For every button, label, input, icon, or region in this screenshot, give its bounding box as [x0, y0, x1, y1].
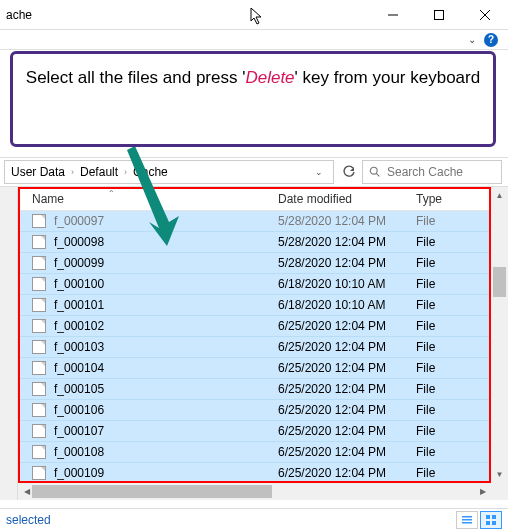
file-date: 6/25/2020 12:04 PM	[278, 361, 416, 375]
file-name: f_000102	[54, 319, 278, 333]
file-name: f_000109	[54, 466, 278, 480]
help-icon[interactable]: ?	[484, 33, 498, 47]
svg-rect-12	[492, 521, 496, 525]
breadcrumb-item[interactable]: Default	[80, 165, 118, 179]
file-name: f_000103	[54, 340, 278, 354]
table-row[interactable]: f_0001096/25/2020 12:04 PMFile	[18, 463, 491, 483]
file-icon	[32, 445, 46, 459]
chevron-right-icon: ›	[71, 167, 74, 177]
horizontal-scrollbar[interactable]: ◀ ▶	[18, 483, 491, 500]
view-details-button[interactable]	[456, 511, 478, 529]
file-type: File	[416, 403, 491, 417]
svg-rect-9	[486, 515, 490, 519]
column-headers[interactable]: ⌃ Name Date modified Type	[18, 187, 491, 211]
breadcrumb-dropdown-icon[interactable]: ⌄	[315, 167, 323, 177]
file-icon	[32, 319, 46, 333]
file-icon	[32, 424, 46, 438]
file-name: f_000104	[54, 361, 278, 375]
chevron-right-icon: ›	[124, 167, 127, 177]
file-type: File	[416, 256, 491, 270]
breadcrumb[interactable]: User Data › Default › Cache ⌄	[4, 160, 334, 184]
table-row[interactable]: f_0001036/25/2020 12:04 PMFile	[18, 337, 491, 358]
close-button[interactable]	[462, 0, 508, 30]
file-name: f_000101	[54, 298, 278, 312]
table-row[interactable]: f_0001026/25/2020 12:04 PMFile	[18, 316, 491, 337]
column-type[interactable]: Type	[416, 192, 491, 206]
scroll-thumb[interactable]	[32, 485, 272, 498]
table-row[interactable]: f_0001056/25/2020 12:04 PMFile	[18, 379, 491, 400]
scroll-down-icon[interactable]: ▼	[491, 466, 508, 483]
file-date: 5/28/2020 12:04 PM	[278, 214, 416, 228]
address-bar-row: User Data › Default › Cache ⌄ Search Cac…	[0, 157, 508, 187]
callout-text-highlight: Delete	[245, 68, 294, 87]
file-date: 6/25/2020 12:04 PM	[278, 466, 416, 480]
file-type: File	[416, 445, 491, 459]
svg-rect-8	[462, 522, 472, 524]
file-icon	[32, 340, 46, 354]
svg-point-4	[370, 167, 377, 174]
window-title: ache	[6, 8, 32, 22]
table-row[interactable]: f_0000975/28/2020 12:04 PMFile	[18, 211, 491, 232]
maximize-button[interactable]	[416, 0, 462, 30]
table-row[interactable]: f_0000985/28/2020 12:04 PMFile	[18, 232, 491, 253]
svg-rect-6	[462, 516, 472, 518]
scroll-up-icon[interactable]: ▲	[491, 187, 508, 204]
breadcrumb-item[interactable]: User Data	[11, 165, 65, 179]
search-placeholder: Search Cache	[387, 165, 463, 179]
svg-rect-11	[486, 521, 490, 525]
file-date: 5/28/2020 12:04 PM	[278, 235, 416, 249]
status-bar: selected	[0, 508, 508, 530]
instruction-callout: Select all the files and press 'Delete' …	[10, 51, 496, 147]
file-date: 5/28/2020 12:04 PM	[278, 256, 416, 270]
table-row[interactable]: f_0001076/25/2020 12:04 PMFile	[18, 421, 491, 442]
file-date: 6/25/2020 12:04 PM	[278, 319, 416, 333]
file-date: 6/18/2020 10:10 AM	[278, 277, 416, 291]
breadcrumb-item[interactable]: Cache	[133, 165, 168, 179]
file-name: f_000106	[54, 403, 278, 417]
column-name[interactable]: Name	[32, 192, 278, 206]
table-row[interactable]: f_0001016/18/2020 10:10 AMFile	[18, 295, 491, 316]
view-large-icons-button[interactable]	[480, 511, 502, 529]
search-icon	[369, 166, 381, 178]
file-icon	[32, 214, 46, 228]
table-row[interactable]: f_0001066/25/2020 12:04 PMFile	[18, 400, 491, 421]
scroll-thumb[interactable]	[493, 267, 506, 297]
search-box[interactable]: Search Cache	[362, 160, 502, 184]
file-list[interactable]: ⌃ Name Date modified Type f_0000975/28/2…	[18, 187, 508, 500]
column-date[interactable]: Date modified	[278, 192, 416, 206]
scroll-right-icon[interactable]: ▶	[474, 483, 491, 500]
file-icon	[32, 235, 46, 249]
file-name: f_000107	[54, 424, 278, 438]
file-icon	[32, 403, 46, 417]
file-date: 6/25/2020 12:04 PM	[278, 340, 416, 354]
table-row[interactable]: f_0001006/18/2020 10:10 AMFile	[18, 274, 491, 295]
file-icon	[32, 382, 46, 396]
file-type: File	[416, 466, 491, 480]
file-area: ⌃ Name Date modified Type f_0000975/28/2…	[0, 187, 508, 500]
file-type: File	[416, 277, 491, 291]
file-name: f_000105	[54, 382, 278, 396]
ribbon-row: ⌄ ?	[0, 30, 508, 50]
table-row[interactable]: f_0001086/25/2020 12:04 PMFile	[18, 442, 491, 463]
callout-text-suffix: ' key from your keyboard	[295, 68, 481, 87]
file-name: f_000098	[54, 235, 278, 249]
vertical-scrollbar[interactable]: ▲ ▼	[491, 187, 508, 483]
file-type: File	[416, 424, 491, 438]
svg-line-5	[376, 173, 379, 176]
file-type: File	[416, 319, 491, 333]
file-icon	[32, 277, 46, 291]
svg-rect-1	[435, 11, 444, 20]
file-name: f_000108	[54, 445, 278, 459]
table-row[interactable]: f_0001046/25/2020 12:04 PMFile	[18, 358, 491, 379]
minimize-button[interactable]	[370, 0, 416, 30]
ribbon-expand-icon[interactable]: ⌄	[468, 34, 476, 45]
table-row[interactable]: f_0000995/28/2020 12:04 PMFile	[18, 253, 491, 274]
callout-text-prefix: Select all the files and press '	[26, 68, 246, 87]
file-type: File	[416, 298, 491, 312]
nav-pane-gutter	[0, 187, 18, 500]
file-type: File	[416, 214, 491, 228]
file-icon	[32, 466, 46, 480]
file-icon	[32, 361, 46, 375]
refresh-button[interactable]	[338, 161, 360, 183]
file-type: File	[416, 235, 491, 249]
